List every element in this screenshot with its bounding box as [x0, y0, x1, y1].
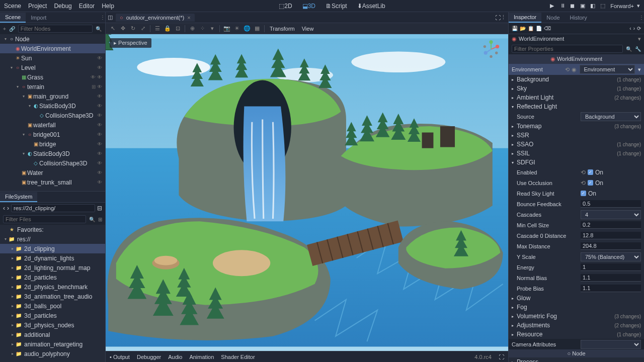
back-icon[interactable]: ‹ [3, 205, 5, 212]
prop-read-sky-light[interactable]: Read Sky Light✓ On [509, 188, 644, 199]
fs-item[interactable]: ▸📁2d_clipping [0, 244, 105, 253]
lock-icon[interactable]: 🔒 [164, 25, 172, 33]
inspector-category[interactable]: ▸SSR [509, 131, 644, 140]
local-space-icon[interactable]: ⊕ [188, 25, 196, 33]
scene-node[interactable]: ▦Grass👁 👁 [0, 72, 105, 82]
scene-node[interactable]: ▣Water👁 [0, 168, 105, 177]
tools-icon[interactable]: 🔧 [635, 46, 641, 52]
prop-use-occlusion[interactable]: Use Occlusion⟲ ✓ On [509, 177, 644, 188]
inspector-category[interactable]: ▸SSAO(1 change) [509, 140, 644, 149]
tab-node[interactable]: Node [541, 13, 565, 22]
inspector-category[interactable]: ▸Adjustments(2 changes) [509, 321, 644, 330]
scene-list-icon[interactable]: ◫ [108, 14, 113, 21]
prop-probe-bias[interactable]: Probe Bias [509, 283, 644, 294]
tab-history[interactable]: History [565, 13, 592, 22]
workspace-assetlib[interactable]: ⬇AssetLib [353, 2, 389, 11]
inspector-category[interactable]: ▸Tonemap(3 changes) [509, 122, 644, 131]
inspector-category[interactable]: ▸SSIL(1 change) [509, 149, 644, 158]
movie-icon[interactable]: ⬚ [600, 3, 607, 10]
distraction-free-icon[interactable]: ⛶ [495, 15, 501, 21]
prop-min-cell-size[interactable]: Min Cell Size [509, 220, 644, 230]
viewport-3d[interactable]: ▸ Perspective [106, 34, 508, 351]
prop-bounce-feedback[interactable]: Bounce Feedback [509, 199, 644, 209]
snap-icon[interactable]: ⁘ [198, 25, 206, 33]
tab-import[interactable]: Import [26, 13, 51, 22]
search-icon[interactable]: 🔍 [96, 26, 102, 32]
camera-icon[interactable]: 📷 [223, 25, 231, 33]
fs-item[interactable]: ▸📁3d_balls_pool [0, 301, 105, 311]
scene-node[interactable]: ▾○Node [0, 34, 105, 44]
inspector-category[interactable]: ▸Ambient Light(2 changes) [509, 93, 644, 102]
dock-icon[interactable]: ⋮ [501, 14, 506, 21]
scene-node[interactable]: ◉WorldEnvironment [0, 44, 105, 53]
workspace-2d[interactable]: ⬚2D [275, 2, 296, 11]
prop-enabled[interactable]: Enabled⟲ ✓ On [509, 167, 644, 177]
menu-editor[interactable]: Editor [79, 3, 95, 10]
scene-node[interactable]: ▣waterfall👁 [0, 120, 105, 130]
filesystem-tab[interactable]: FileSystem [0, 192, 37, 202]
scene-node[interactable]: ☀Sun👁 [0, 53, 105, 63]
menu-icon[interactable]: ▾ [637, 3, 640, 9]
fs-item[interactable]: ▸📁2d_dynamic_lights [0, 253, 105, 263]
inspector-category[interactable]: ▸Background(1 change) [509, 75, 644, 84]
document-tab[interactable]: ○ outdoor_environment(*) × [116, 14, 195, 22]
play-icon[interactable]: ▶ [550, 3, 557, 10]
path-input[interactable] [11, 204, 95, 212]
scene-node[interactable]: ▾◐StaticBody3D👁 [0, 101, 105, 111]
pause-icon[interactable]: ⏸ [560, 3, 567, 10]
paste-icon[interactable]: 📄 [536, 26, 542, 31]
link-icon[interactable]: 🔗 [9, 26, 15, 32]
bottom-tab-animation[interactable]: Animation [189, 354, 214, 360]
scale-tool-icon[interactable]: ⤢ [139, 25, 147, 33]
scene-node[interactable]: ▾○terrain⊞ 👁 [0, 82, 105, 92]
search-icon[interactable]: 🔍 [89, 217, 95, 222]
menu-debug[interactable]: Debug [54, 3, 71, 10]
camera-attributes[interactable]: Camera Attributes [509, 339, 644, 349]
dock-menu-icon[interactable]: ⋮ [639, 15, 644, 20]
prop-y-scale[interactable]: Y Scale75% (Balanced) [509, 251, 644, 262]
expand-icon[interactable]: ⛶ [499, 354, 504, 360]
fs-item[interactable]: ▾📁res:// [0, 234, 105, 244]
save-icon[interactable]: 💾 [512, 26, 518, 31]
inspector-category[interactable]: ▸Volumetric Fog(3 changes) [509, 312, 644, 321]
prop-source[interactable]: SourceBackground [509, 111, 644, 122]
fs-item[interactable]: ▸📁additional [0, 330, 105, 339]
select-tool-icon[interactable]: ↖ [109, 25, 117, 33]
snap-options-icon[interactable]: ▾ [208, 25, 216, 33]
history-icon[interactable]: ⟳ [637, 26, 641, 31]
perspective-badge[interactable]: ▸ Perspective [110, 38, 151, 48]
inspector-category[interactable]: ▸Fog [509, 303, 644, 312]
fs-item[interactable]: ▸📁2d_particles [0, 273, 105, 282]
env-icon[interactable]: 🌐 [243, 25, 251, 33]
history-back-icon[interactable]: ‹ [629, 26, 631, 31]
view-menu[interactable]: View [302, 26, 314, 32]
list-tool-icon[interactable]: ☰ [153, 25, 162, 33]
tab-scene[interactable]: Scene [0, 13, 26, 23]
tab-inspector[interactable]: Inspector [509, 13, 541, 23]
group-icon[interactable]: ⊡ [174, 25, 182, 33]
inspector-body[interactable]: ◉ WorldEnvironmentEnvironment⟲ ◉Environm… [509, 54, 644, 362]
bottom-tab-audio[interactable]: Audio [168, 354, 182, 360]
scene-node[interactable]: ◇CollisionShape3D👁 [0, 111, 105, 120]
workspace-3d[interactable]: ⬓3D [298, 2, 319, 11]
history-fwd-icon[interactable]: › [633, 26, 635, 31]
load-icon[interactable]: 📂 [520, 26, 526, 31]
inspector-category[interactable]: ▾Reflected Light [509, 102, 644, 111]
bottom-tab-output[interactable]: • Output [110, 354, 130, 360]
fs-item[interactable]: ▸📁3d_animation_tree_audio [0, 292, 105, 301]
filter-files-input[interactable] [3, 215, 86, 223]
fs-item[interactable]: ▸📁animation_retargeting [0, 339, 105, 349]
scene-node[interactable]: ▾◐StaticBody3D👁 [0, 149, 105, 158]
filter-nodes-input[interactable] [18, 25, 93, 33]
scene-node[interactable]: ◇CollisionShape3D👁 [0, 158, 105, 168]
workspace-script[interactable]: 🗎Script [321, 2, 351, 11]
bottom-tab-shader-editor[interactable]: Shader Editor [221, 354, 255, 360]
fs-item[interactable]: ▸📁3d_particles [0, 311, 105, 320]
dock-menu-icon[interactable]: ⋮ [100, 15, 105, 20]
render-mode-select[interactable]: Forward+ [610, 3, 634, 9]
scene-node[interactable]: ▣bridge👁 [0, 139, 105, 149]
fs-item[interactable]: ▸📁3d_physics_nodes [0, 320, 105, 330]
prop-energy[interactable]: Energy [509, 262, 644, 273]
close-icon[interactable]: × [187, 15, 190, 21]
menu-project[interactable]: Project [28, 3, 47, 10]
